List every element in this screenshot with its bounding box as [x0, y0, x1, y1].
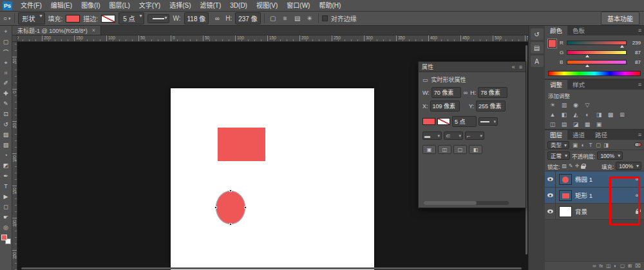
menu-item[interactable]: 图层(L) [105, 0, 135, 11]
gradient-tool[interactable]: ▧ [1, 140, 12, 150]
menu-item[interactable]: 文字(Y) [135, 0, 165, 11]
layer-name[interactable]: 矩形 1 [575, 191, 631, 200]
quick-selection-tool[interactable]: ⌖ [1, 57, 12, 68]
gradient-map-icon[interactable]: ▦ [582, 119, 593, 129]
stroke-style-select[interactable] [147, 14, 169, 23]
tab-channels[interactable]: 通道 [567, 130, 590, 140]
channel-mixer-icon[interactable]: ▩ [605, 110, 616, 119]
stroke-width-select[interactable]: 5 点 [118, 12, 144, 24]
color-slider-thumb[interactable] [585, 55, 589, 57]
dodge-tool[interactable]: ◩ [1, 160, 12, 171]
horizontal-scrollbar[interactable] [21, 267, 522, 269]
menu-item[interactable]: 图像(I) [77, 0, 104, 11]
filter-shape-layers-icon[interactable]: ▢ [594, 142, 602, 148]
color-slider-track[interactable] [567, 60, 627, 64]
filter-toggle-switch[interactable] [634, 142, 641, 147]
layer-name[interactable]: 背景 [575, 207, 631, 216]
shape-tool[interactable]: ◻ [1, 202, 12, 212]
blur-tool[interactable]: ◔ [1, 150, 12, 160]
align-edges-checkbox[interactable] [322, 15, 328, 21]
layer-thumbnail[interactable] [559, 174, 572, 185]
color-slider-thumb[interactable] [620, 45, 624, 48]
shape-y-field[interactable]: 255 像素 [476, 101, 506, 111]
filter-type-layers-icon[interactable]: T [587, 142, 594, 148]
tab-color[interactable]: 颜色 [545, 26, 567, 35]
anchor-point-left[interactable] [214, 206, 217, 209]
width-field[interactable]: 118 像 [184, 12, 209, 24]
eraser-tool[interactable]: ▨ [1, 130, 12, 140]
anchor-point-top[interactable] [229, 189, 232, 192]
panel-menu-icon[interactable]: ≡ [638, 130, 644, 140]
filter-type-select[interactable]: 类型 [547, 141, 569, 149]
lock-transparent-icon[interactable]: ▨ [562, 163, 567, 169]
curves-icon[interactable]: ◉ [570, 100, 582, 110]
eye-icon[interactable] [547, 193, 553, 197]
clone-stamp-tool[interactable]: ⊡ [1, 109, 12, 119]
shape-button[interactable]: ▢ [453, 145, 467, 154]
path-operations-icon[interactable]: ▢ [268, 14, 278, 23]
anchor-point-bottom[interactable] [229, 223, 232, 226]
history-panel-icon[interactable]: ↺ [531, 28, 544, 40]
layer-style-icon[interactable]: fx [599, 263, 603, 269]
menu-item[interactable]: 滤镜(T) [196, 0, 226, 11]
canvas-ellipse-shape[interactable] [216, 191, 245, 224]
path-selection-tool[interactable]: ▶ [1, 191, 12, 202]
black-white-icon[interactable]: ◐ [582, 110, 593, 119]
stroke-style-select[interactable]: ▾ [478, 117, 498, 126]
brightness-contrast-icon[interactable]: ☀ [547, 100, 558, 110]
stroke-swatch[interactable] [101, 15, 115, 23]
lock-pixels-icon[interactable]: ✎ [569, 163, 573, 169]
panel-scrollbar[interactable] [424, 201, 509, 205]
color-slider-thumb[interactable] [585, 64, 589, 67]
lock-position-icon[interactable]: ✛ [575, 163, 580, 169]
link-dimensions-icon[interactable]: ∞ [463, 90, 468, 96]
marquee-tool[interactable]: ▢ [1, 37, 12, 47]
add-mask-icon[interactable]: ◫ [606, 263, 611, 269]
link-dimensions-icon[interactable]: ∞ [212, 14, 222, 23]
vibrance-icon[interactable]: ▲ [547, 110, 558, 119]
delete-layer-icon[interactable]: ⌧ [635, 263, 641, 269]
tool-mode-select[interactable]: 形状 [18, 12, 45, 24]
settings-gear-icon[interactable]: ✳ [305, 14, 315, 23]
filter-smart-objects-icon[interactable]: ◨ [602, 142, 610, 148]
visibility-cell[interactable] [545, 204, 556, 219]
panel-menu-icon[interactable]: ≡ [519, 64, 522, 70]
color-balance-icon[interactable]: ◭ [570, 110, 582, 119]
anchor-point-right[interactable] [244, 206, 247, 209]
shape-fill-swatch[interactable] [422, 118, 435, 125]
layer-thumbnail[interactable] [559, 190, 572, 201]
layer-row-background[interactable]: 背景 [545, 204, 644, 220]
lasso-tool[interactable]: ⌒ [1, 47, 12, 57]
layer-name[interactable]: 椭圆 1 [575, 175, 631, 184]
layer-thumbnail[interactable] [559, 206, 572, 217]
menu-item[interactable]: 视图(V) [252, 0, 282, 11]
character-panel-icon[interactable]: A [531, 55, 544, 67]
layer-fill-select[interactable]: 100% [616, 162, 641, 170]
close-icon[interactable]: × [92, 27, 95, 34]
hue-saturation-icon[interactable]: ◧ [558, 110, 570, 119]
mask-button[interactable]: ▣ [422, 145, 436, 154]
posterize-icon[interactable]: ▤ [558, 119, 570, 129]
foreground-color-swatch[interactable] [1, 235, 7, 240]
visibility-cell[interactable] [545, 171, 556, 187]
color-slider-track[interactable] [567, 41, 627, 45]
path-button[interactable]: ◧ [469, 145, 482, 154]
eyedropper-tool[interactable]: ✐ [1, 78, 12, 88]
tab-swatches[interactable]: 色板 [567, 26, 590, 35]
shape-height-field[interactable]: 78 像素 [478, 87, 507, 98]
invert-icon[interactable]: ◫ [547, 119, 558, 129]
eye-icon[interactable] [547, 209, 553, 213]
blend-mode-select[interactable]: 正常 [547, 151, 570, 160]
tab-styles[interactable]: 样式 [567, 80, 590, 90]
info-panel-icon[interactable]: ▤ [531, 42, 544, 53]
menu-item[interactable]: 选择(S) [165, 0, 195, 11]
tab-paths[interactable]: 路径 [590, 130, 612, 140]
filter-pixel-layers-icon[interactable]: ▣ [571, 142, 579, 148]
healing-brush-tool[interactable]: ✚ [1, 88, 12, 99]
threshold-icon[interactable]: ◪ [570, 119, 582, 129]
properties-tab[interactable]: 属性 [422, 63, 433, 71]
levels-icon[interactable]: ▥ [558, 100, 570, 110]
height-field[interactable]: 237 像 [235, 12, 260, 24]
visibility-cell[interactable] [545, 188, 556, 203]
vector-mask-button[interactable]: ◫ [438, 145, 451, 154]
